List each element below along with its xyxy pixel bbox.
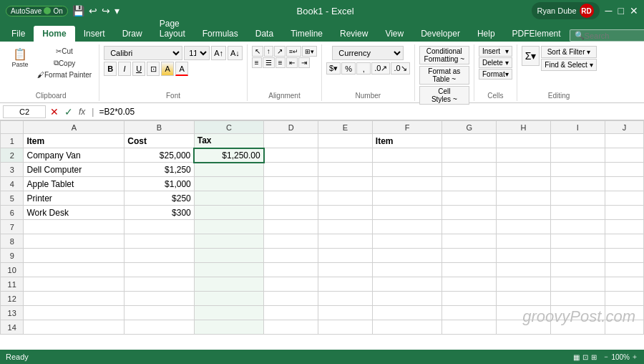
border-button[interactable]: ⊡ [147, 62, 160, 76]
cell-B11[interactable] [125, 277, 194, 292]
cell-F13[interactable] [372, 306, 441, 320]
cell-F12[interactable] [372, 292, 441, 306]
row-header-2[interactable]: 2 [1, 148, 24, 163]
indent-dec-button[interactable]: ⇤ [286, 57, 298, 68]
cell-B5[interactable]: $250 [125, 191, 194, 206]
cell-I4[interactable] [550, 177, 605, 191]
cell-styles-button[interactable]: CellStyles ~ [419, 86, 469, 105]
cell-B7[interactable] [125, 220, 194, 234]
view-page-break-icon[interactable]: ⊞ [591, 353, 597, 361]
cell-D7[interactable] [264, 220, 318, 234]
currency-button[interactable]: $▾ [326, 62, 341, 75]
cell-reference-input[interactable] [3, 105, 46, 118]
cell-J13[interactable] [605, 306, 643, 320]
close-icon[interactable]: ✕ [630, 5, 638, 16]
cell-D11[interactable] [264, 277, 318, 292]
cell-E3[interactable] [318, 163, 373, 177]
cell-G2[interactable] [442, 148, 497, 163]
search-input[interactable] [585, 32, 642, 40]
row-header-3[interactable]: 3 [1, 163, 24, 177]
cell-F10[interactable] [372, 263, 441, 277]
cell-A1[interactable]: Item [24, 134, 125, 148]
cell-D5[interactable] [264, 191, 318, 206]
cell-C12[interactable] [194, 292, 263, 306]
cell-G1[interactable] [442, 134, 497, 148]
cell-J14[interactable] [605, 320, 643, 335]
cell-G11[interactable] [442, 277, 497, 292]
wrap-text-button[interactable]: ≡↵ [286, 46, 301, 57]
cell-G13[interactable] [442, 306, 497, 320]
view-normal-icon[interactable]: ▦ [573, 353, 580, 361]
cell-D1[interactable] [264, 134, 318, 148]
cell-E9[interactable] [318, 249, 373, 263]
cell-C2[interactable]: $1,250.00 [194, 148, 263, 163]
font-color-button[interactable]: A [175, 62, 188, 76]
cell-C10[interactable] [194, 263, 263, 277]
align-center-button[interactable]: ☰ [263, 57, 275, 68]
cell-D9[interactable] [264, 249, 318, 263]
cell-D6[interactable] [264, 206, 318, 220]
cell-B14[interactable] [125, 320, 194, 335]
col-header-h[interactable]: H [497, 121, 551, 134]
cell-D2[interactable] [264, 148, 318, 163]
col-header-i[interactable]: I [550, 121, 605, 134]
tab-file[interactable]: File [3, 26, 34, 42]
cell-D13[interactable] [264, 306, 318, 320]
cell-F11[interactable] [372, 277, 441, 292]
font-size-select[interactable]: 11 [184, 46, 210, 60]
save-icon[interactable]: 💾 [72, 5, 84, 16]
cell-B3[interactable]: $1,250 [125, 163, 194, 177]
cell-G3[interactable] [442, 163, 497, 177]
bold-button[interactable]: B [104, 62, 117, 76]
cell-C1[interactable]: Tax [194, 134, 263, 148]
col-header-c[interactable]: C [194, 121, 263, 134]
row-header-4[interactable]: 4 [1, 177, 24, 191]
row-header-11[interactable]: 11 [1, 277, 24, 292]
row-header-7[interactable]: 7 [1, 220, 24, 234]
cell-C11[interactable] [194, 277, 263, 292]
tab-review[interactable]: Review [331, 26, 376, 42]
cell-J4[interactable] [605, 177, 643, 191]
row-header-5[interactable]: 5 [1, 191, 24, 206]
cell-I7[interactable] [550, 220, 605, 234]
more-icon[interactable]: ▾ [114, 5, 119, 16]
cell-C4[interactable] [194, 177, 263, 191]
cell-F8[interactable] [372, 234, 441, 249]
cell-A8[interactable] [24, 234, 125, 249]
cell-G14[interactable] [442, 320, 497, 335]
find-select-button[interactable]: Find & Select ▾ [541, 59, 596, 71]
cell-H2[interactable] [497, 148, 551, 163]
cell-G10[interactable] [442, 263, 497, 277]
cell-E11[interactable] [318, 277, 373, 292]
row-header-8[interactable]: 8 [1, 234, 24, 249]
cell-E6[interactable] [318, 206, 373, 220]
cell-A12[interactable] [24, 292, 125, 306]
cell-B4[interactable]: $1,000 [125, 177, 194, 191]
row-header-9[interactable]: 9 [1, 249, 24, 263]
cell-J5[interactable] [605, 191, 643, 206]
tab-pdfelement[interactable]: PDFElement [504, 26, 570, 42]
cell-B9[interactable] [125, 249, 194, 263]
cell-F4[interactable] [372, 177, 441, 191]
cell-E13[interactable] [318, 306, 373, 320]
cell-B13[interactable] [125, 306, 194, 320]
cell-J3[interactable] [605, 163, 643, 177]
redo-icon[interactable]: ↪ [102, 5, 110, 16]
cell-E14[interactable] [318, 320, 373, 335]
cell-E5[interactable] [318, 191, 373, 206]
cell-A10[interactable] [24, 263, 125, 277]
maximize-icon[interactable]: □ [618, 5, 624, 16]
row-header-14[interactable]: 14 [1, 320, 24, 335]
format-as-table-button[interactable]: Format asTable ~ [419, 66, 469, 85]
cell-I9[interactable] [550, 249, 605, 263]
cell-C14[interactable] [194, 320, 263, 335]
cell-H12[interactable] [497, 292, 551, 306]
cell-I8[interactable] [550, 234, 605, 249]
cell-J1[interactable] [605, 134, 643, 148]
indent-inc-button[interactable]: ⇥ [298, 57, 310, 68]
comma-button[interactable]: , [356, 62, 371, 75]
cell-C7[interactable] [194, 220, 263, 234]
cell-A14[interactable] [24, 320, 125, 335]
cell-H6[interactable] [497, 206, 551, 220]
cell-G7[interactable] [442, 220, 497, 234]
